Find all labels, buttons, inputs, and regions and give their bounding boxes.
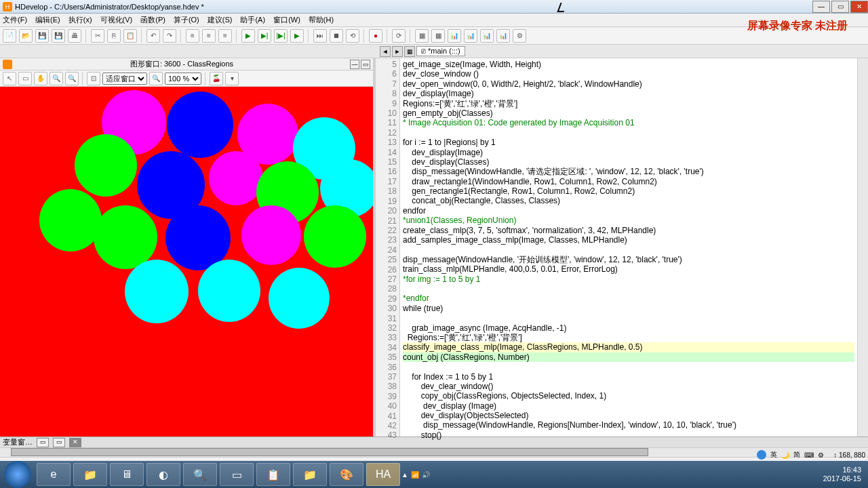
code-line[interactable]: create_class_mlp(3, 7, 5, 'softmax', 'no… (403, 226, 854, 235)
vscrollbar[interactable] (857, 58, 868, 436)
code-line[interactable]: gen_empty_obj(Classes) (403, 108, 854, 118)
task-explorer[interactable]: 📁 (73, 463, 107, 486)
nav-back-icon[interactable]: ◄ (380, 46, 391, 57)
lang-cn[interactable]: 简 (793, 450, 800, 460)
undo-icon[interactable]: ↶ (146, 29, 160, 43)
code-line[interactable] (403, 313, 854, 323)
keyboard-icon[interactable]: ⌨ (804, 451, 814, 459)
code-line[interactable] (403, 128, 854, 138)
sound-icon[interactable]: 🔊 (422, 471, 430, 479)
paste-icon[interactable]: 📋 (123, 29, 137, 43)
cut-icon[interactable]: ✂ (91, 29, 104, 43)
redo-icon[interactable]: ↷ (163, 29, 176, 43)
code-line[interactable]: while (true) (403, 304, 854, 313)
start-button[interactable] (4, 461, 31, 488)
fit-icon[interactable]: ⊡ (87, 72, 100, 85)
open-icon[interactable]: 📂 (19, 29, 33, 43)
pointer-icon[interactable]: ↖ (3, 72, 16, 85)
stepover-icon[interactable]: |▶| (274, 29, 288, 43)
menu-exec[interactable]: 执行(x) (68, 15, 92, 25)
save-icon[interactable]: 💾 (35, 29, 49, 43)
win1-icon[interactable]: ▦ (415, 29, 429, 43)
run-icon[interactable]: ▶ (241, 29, 255, 43)
code-line[interactable]: dev_open_window(0, 0, Width/2, Height/2,… (403, 79, 854, 89)
chart2-icon[interactable]: 📊 (464, 29, 477, 43)
code-line[interactable]: classify_image_class_mlp(Image, ClassReg… (403, 342, 854, 352)
gear-icon[interactable]: ⚙ (818, 451, 824, 459)
nav-fwd-icon[interactable]: ► (392, 46, 403, 57)
menu-win[interactable]: 窗口(W) (273, 15, 300, 25)
code-line[interactable]: dev_display (Image) (403, 401, 854, 411)
code-line[interactable]: *union1(Classes, RegionUnion) (403, 216, 854, 225)
code-line[interactable]: disp_message(WindowHandle, Regions[Numbe… (403, 420, 854, 430)
code-line[interactable]: get_image_size(Image, Width, Height) (403, 60, 854, 69)
graphics-canvas[interactable] (0, 87, 373, 436)
rect-icon[interactable]: ▭ (18, 72, 32, 85)
code-line[interactable]: dev_close_window () (403, 69, 854, 79)
print-icon[interactable]: 🖶 (68, 29, 81, 43)
code-line[interactable]: stop() (403, 430, 854, 440)
code-line[interactable]: copy_obj(ClassRegions, ObjectsSelected, … (403, 391, 854, 401)
zoomout-icon[interactable]: 🔍 (65, 72, 79, 85)
win2-icon[interactable]: ▦ (431, 29, 445, 43)
code-line[interactable]: dev_display(ObjectsSelected) (403, 411, 854, 420)
refresh-icon[interactable]: ⟳ (392, 29, 406, 43)
copy-icon[interactable]: ⎘ (107, 29, 121, 43)
menu-op[interactable]: 算子(O) (174, 15, 199, 25)
code-line[interactable]: Regions:=['黄','红','绿','橙','背景'] (403, 99, 854, 108)
lang-en[interactable]: 英 (770, 450, 777, 460)
chart1-icon[interactable]: 📊 (448, 29, 461, 43)
code-line[interactable]: disp_message(WindowHandle, '请选定指定区域: ', … (403, 167, 854, 176)
zoom-icon[interactable]: 🔍 (149, 72, 163, 85)
zoomin-icon[interactable]: 🔍 (50, 72, 63, 85)
reset-icon[interactable]: ⟲ (346, 29, 359, 43)
menu-asst[interactable]: 助手(A) (240, 15, 265, 25)
code-line[interactable]: gen_rectangle1(Rectangle, Row1, Column1,… (403, 186, 854, 196)
task-app2[interactable]: 🔍 (183, 463, 217, 486)
saveall-icon[interactable]: 💾 (52, 29, 65, 43)
nav-list-icon[interactable]: ▦ (404, 46, 415, 57)
stop-icon[interactable]: ⏹ (330, 29, 343, 43)
color-icon[interactable]: 🍒 (210, 72, 223, 85)
tray-icon[interactable] (757, 450, 766, 460)
code-line[interactable]: Regions:=['黄','红','绿','橙','背景'] (403, 333, 854, 342)
menu-sugg[interactable]: 建议(S) (208, 15, 233, 25)
flag-icon[interactable]: ▲ (401, 471, 408, 479)
task-app4[interactable]: 📋 (256, 463, 290, 486)
varwin-min-icon[interactable]: ▭ (37, 438, 49, 447)
code-line[interactable]: draw_rectangle1(WindowHandle, Row1, Colu… (403, 177, 854, 186)
step-icon[interactable]: ▶| (258, 29, 271, 43)
net-icon[interactable]: 📶 (411, 471, 419, 479)
code-line[interactable] (403, 362, 854, 371)
code-line[interactable]: add_samples_image_class_mlp(Image, Class… (403, 235, 854, 245)
zoom-select[interactable]: 100 % (165, 73, 201, 85)
code-line[interactable]: grab_image_async (Image, AcqHandle, -1) (403, 323, 854, 333)
code-line[interactable]: dev_display(Image) (403, 148, 854, 157)
maximize-button[interactable]: ▭ (831, 1, 849, 13)
code-line[interactable] (403, 284, 854, 293)
fit-select[interactable]: 适应窗口 (102, 73, 147, 85)
code-line[interactable]: endfor (403, 206, 854, 216)
task-monitor[interactable]: 🖥 (110, 463, 144, 486)
skip-icon[interactable]: ⏭ (313, 29, 327, 43)
stepin-icon[interactable]: ▶ (290, 29, 304, 43)
menu-help[interactable]: 帮助(H) (309, 15, 334, 25)
hand-icon[interactable]: ✋ (34, 72, 47, 85)
code-line[interactable]: for i := 1 to |Regions| by 1 (403, 138, 854, 147)
graphics-max-icon[interactable]: ▭ (361, 60, 370, 69)
task-app3[interactable]: ▭ (220, 463, 254, 486)
dropdown-icon[interactable]: ▾ (225, 72, 239, 85)
chart3-icon[interactable]: 📊 (480, 29, 494, 43)
task-app5[interactable]: 📁 (293, 463, 327, 486)
tab-main[interactable]: ⎚ *main (:::) (416, 46, 465, 56)
code-line[interactable]: * Image Acquisition 01: Code generated b… (403, 118, 854, 127)
menu-vis[interactable]: 可视化(V) (100, 15, 133, 25)
list1-icon[interactable]: ≡ (186, 29, 199, 43)
moon-icon[interactable]: 🌙 (781, 451, 789, 459)
task-paint[interactable]: 🎨 (330, 463, 363, 486)
hscrollbar[interactable] (0, 447, 868, 457)
new-icon[interactable]: 📄 (3, 29, 16, 43)
varwin-max-icon[interactable]: ▭ (53, 438, 65, 447)
code-line[interactable]: dev_display(Image) (403, 89, 854, 98)
menu-func[interactable]: 函数(P) (140, 15, 165, 25)
